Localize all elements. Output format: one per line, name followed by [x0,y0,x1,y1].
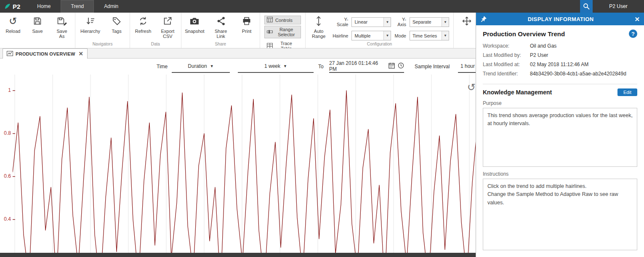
user-search-button[interactable] [580,0,593,13]
move-icon [462,16,472,27]
toolbar-group-label-data: Data [134,41,177,48]
chevron-down-icon: ▼ [210,64,214,68]
range-selector-strip[interactable] [0,253,476,257]
tag-icon [112,16,122,27]
close-panel-icon[interactable]: ✕ [634,16,640,22]
y-tick-label: 0.4 [0,216,11,222]
p2-logo: P2 [0,3,27,10]
sample-interval-label: Sample Interval [415,64,450,70]
y-scale-select[interactable]: Linear ▼ [351,17,391,27]
tags-button[interactable]: Tags [108,14,125,34]
time-label: Time [157,64,168,70]
y-tick-label: 1 [0,87,11,93]
panel-header: DISPLAY INFORMATION ✕ [476,13,644,25]
info-row-modified-by: Last Modified by: P2 User [483,51,637,60]
reload-icon: ↺ [9,16,17,27]
nav-tab-home[interactable]: Home [27,0,61,13]
info-row-trend-identifier: Trend Identifier: 84b34290-3b08-4cb1-a5a… [483,69,637,78]
reload-button[interactable]: ↺ Reload [4,14,22,34]
toggle-range-selector[interactable]: Range Selector [264,26,301,38]
y-axis-label: Y-Axis [394,17,406,27]
calendar-icon[interactable] [389,62,395,70]
help-button[interactable]: ? [629,29,637,38]
nav-tab-trend[interactable]: Trend [61,0,94,13]
main-area: ↺ Reload Save Save As [0,13,476,257]
y-axis-select[interactable]: Separate ▼ [410,17,449,27]
trend-document-tab[interactable]: PRODUCTION OVERVIEW ✕ [3,48,88,59]
reset-icon: ↺ [467,81,476,93]
trace-table-icon [267,43,273,49]
save-icon [32,16,43,27]
controls-icon [267,17,273,23]
save-button[interactable]: Save [29,14,46,34]
toolbar-group-label-navigators: Navigators [80,41,125,48]
purpose-label: Purpose [483,100,637,106]
mode-label: Mode [394,33,406,38]
nav-tabs: Home Trend Admin [27,0,128,13]
toggle-trace-table[interactable]: Trace Table [264,40,301,48]
pin-icon [480,16,487,22]
chevron-down-icon: ▼ [442,18,449,27]
close-tab-icon[interactable]: ✕ [79,51,83,56]
info-row-workspace: Workspace: Oil and Gas [483,41,637,51]
auto-range-icon [314,16,323,27]
knowledge-management-title: Knowledge Management [483,89,552,96]
hierarchy-icon [85,16,96,27]
clock-icon[interactable] [398,62,404,70]
duration-dropdown[interactable]: 1 week ▼ [238,60,314,73]
mode-select[interactable]: Time Series ▼ [410,31,449,40]
share-link-button[interactable]: Share Link [210,14,231,39]
toolbar-group-navigators: Hierarchy Tags Navigators [75,13,130,48]
document-tab-bar: PRODUCTION OVERVIEW ✕ [0,48,476,59]
panel-title: DISPLAY INFORMATION [487,16,634,22]
p2-logo-icon [4,3,11,10]
user-menu[interactable]: P2 User [593,3,644,9]
end-datetime-picker[interactable]: 27 Jan 2016 01:14:46 PM [329,60,404,73]
trend-chart-icon [7,51,13,57]
hierarchy-button[interactable]: Hierarchy [80,14,101,34]
info-row-modified-at: Last Modified at: 02 May 2018 11:12:46 A… [483,60,637,69]
y-tick-label: 0.6 [0,173,11,179]
refresh-button[interactable]: Refresh [134,14,152,34]
app-window: P2 Home Trend Admin P2 User ↺ [0,0,644,257]
toolbar: ↺ Reload Save Save As [0,13,476,48]
pan-tool-button[interactable] [458,14,476,27]
search-icon [583,3,590,10]
instructions-text-box: Click on the trend to add multiple hairl… [483,179,637,250]
toolbar-group-label-file [4,41,71,48]
print-button[interactable]: Print [238,14,255,34]
trend-title: Production Overview Trend [483,30,565,37]
snapshot-button[interactable]: Snapshot [186,14,204,34]
purpose-text-box: This trend shows average production valu… [483,108,637,167]
topbar-right: P2 User [580,0,644,13]
toggle-controls[interactable]: Controls [264,16,301,24]
save-as-button[interactable]: Save As [53,14,71,39]
y-scale-label: Y-Scale [333,17,348,27]
toolbar-group-share: Snapshot Share Link Print [181,13,260,48]
time-mode-dropdown[interactable]: Duration ▼ [172,60,230,73]
toolbar-group-label-configuration: Configuration [310,41,449,48]
export-csv-button[interactable]: Export CSV [159,14,177,39]
toolbar-group-data: Refresh Export CSV Data [130,13,181,48]
reset-zoom-button[interactable]: ↺ [467,81,476,93]
nav-tab-admin[interactable]: Admin [94,0,128,13]
toolbar-group-configuration: Auto Range Y-Scale Linear ▼ Y-Axis Separ… [306,13,454,48]
panel-body: Production Overview Trend ? Workspace: O… [476,25,644,257]
save-as-icon [56,16,67,27]
display-information-panel: DISPLAY INFORMATION ✕ Production Overvie… [476,13,644,257]
hairline-select[interactable]: Multiple ▼ [351,31,391,40]
trend-chart[interactable]: 1 0.8 0.6 0.4 ↺ [0,75,476,253]
share-icon [216,16,226,27]
doc-tab-title: PRODUCTION OVERVIEW [16,51,75,56]
toolbar-group-view: Controls Range Selector Trace Table [260,13,306,48]
brand-text: P2 [13,3,20,10]
hairline-label: Hairline [333,33,348,38]
chevron-down-icon: ▼ [383,18,391,27]
edit-button[interactable]: Edit [617,88,637,96]
pin-panel-button[interactable] [480,16,487,22]
sample-interval-dropdown[interactable]: 1 hour ▼ [458,60,476,73]
auto-range-button[interactable]: Auto Range [310,14,327,39]
export-icon [162,16,173,27]
toolbar-group-label-share: Share [186,41,255,48]
trend-plot[interactable] [13,75,476,253]
